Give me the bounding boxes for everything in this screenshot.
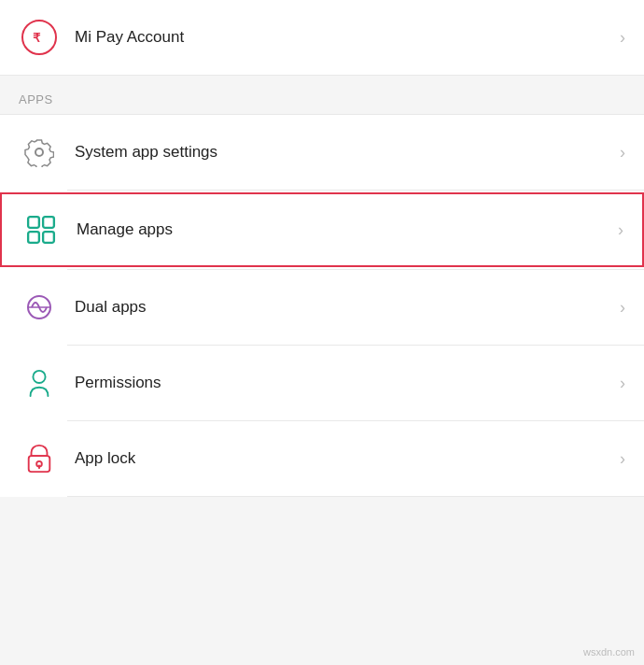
manage-apps-label: Manage apps bbox=[77, 220, 618, 239]
chevron-icon: › bbox=[620, 374, 625, 393]
app-lock-icon-container bbox=[19, 438, 60, 479]
chevron-icon: › bbox=[618, 220, 623, 240]
svg-rect-4 bbox=[43, 232, 54, 243]
mi-pay-icon-container: ₹ bbox=[19, 17, 60, 58]
dual-apps-label: Dual apps bbox=[75, 298, 620, 317]
permissions-item[interactable]: Permissions › bbox=[0, 346, 644, 420]
app-lock-item[interactable]: App lock › bbox=[0, 421, 644, 496]
chevron-icon: › bbox=[620, 298, 625, 318]
gear-icon-container bbox=[19, 132, 60, 173]
app-lock-label: App lock bbox=[75, 449, 620, 468]
watermark: wsxdn.com bbox=[583, 646, 635, 658]
permissions-icon-container bbox=[19, 362, 60, 403]
mi-pay-account-item[interactable]: ₹ Mi Pay Account › bbox=[0, 0, 644, 75]
svg-rect-8 bbox=[29, 456, 50, 472]
dual-apps-icon-container bbox=[19, 287, 60, 328]
svg-rect-3 bbox=[28, 232, 39, 243]
permissions-label: Permissions bbox=[75, 374, 620, 392]
svg-rect-1 bbox=[28, 217, 39, 228]
mi-pay-label: Mi Pay Account bbox=[75, 28, 620, 47]
divider-5 bbox=[67, 496, 644, 497]
system-app-label: System app settings bbox=[75, 143, 620, 162]
svg-rect-2 bbox=[43, 217, 54, 228]
dual-apps-item[interactable]: Dual apps › bbox=[0, 270, 644, 345]
system-app-settings-item[interactable]: System app settings › bbox=[0, 115, 644, 190]
svg-point-7 bbox=[33, 371, 45, 383]
manage-apps-icon-container bbox=[21, 209, 62, 250]
svg-text:₹: ₹ bbox=[33, 31, 41, 45]
chevron-icon: › bbox=[620, 143, 625, 163]
apps-section-label: APPS bbox=[0, 76, 644, 114]
divider-1 bbox=[67, 190, 644, 191]
mi-pay-icon: ₹ bbox=[21, 20, 57, 55]
chevron-icon: › bbox=[620, 28, 625, 48]
chevron-icon: › bbox=[620, 449, 625, 469]
settings-list: ₹ Mi Pay Account › APPS System app setti… bbox=[0, 0, 644, 497]
manage-apps-item[interactable]: Manage apps › bbox=[0, 192, 644, 267]
